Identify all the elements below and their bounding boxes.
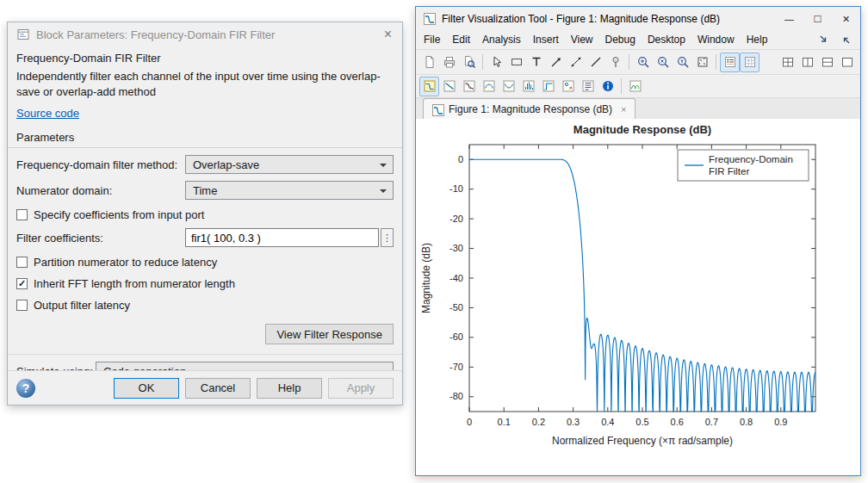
undock-figure-button[interactable] xyxy=(835,30,855,50)
partition-numerator-checkbox[interactable] xyxy=(16,257,28,268)
help-icon[interactable]: ? xyxy=(16,379,35,398)
inherit-fft-checkbox[interactable]: ✓ xyxy=(16,278,28,289)
figure-tab-label: Figure 1: Magnitude Response (dB) xyxy=(449,103,612,115)
new-document-button[interactable] xyxy=(419,53,439,72)
menu-debug[interactable]: Debug xyxy=(599,31,642,48)
y-tick-label: -60 xyxy=(450,331,463,342)
toolbar-separator xyxy=(482,54,483,70)
filter-info-button[interactable] xyxy=(598,77,617,96)
line-tool-button[interactable] xyxy=(586,53,605,72)
layout-single-button[interactable] xyxy=(837,53,857,72)
dialog-titlebar[interactable]: Block Parameters: Frequency-Domain FIR F… xyxy=(8,22,402,46)
grid-toggle-button[interactable] xyxy=(740,53,760,72)
view-filter-response-button[interactable]: View Filter Response xyxy=(265,324,394,344)
figure-toolbar xyxy=(416,49,860,74)
pin-tool-button[interactable] xyxy=(605,53,625,72)
fvtool-titlebar[interactable]: Filter Visualization Tool - Figure 1: Ma… xyxy=(416,7,860,30)
group-delay-button[interactable] xyxy=(479,77,499,96)
print-preview-icon xyxy=(462,55,476,69)
menu-file[interactable]: File xyxy=(418,31,446,48)
menu-bar: FileEditAnalysisInsertViewDebugDesktopWi… xyxy=(416,30,860,49)
y-tick-label: 0 xyxy=(458,154,463,164)
filter-coefficients-input[interactable] xyxy=(185,228,379,247)
layout-single-icon xyxy=(840,55,854,69)
source-code-link[interactable]: Source code xyxy=(16,107,79,120)
dialog-close-icon[interactable]: × xyxy=(382,28,394,41)
layout-grid-button[interactable] xyxy=(778,53,797,72)
numerator-domain-dropdown[interactable]: Time xyxy=(185,181,394,200)
layout-rows-button[interactable] xyxy=(817,53,837,72)
overlay-analysis-button[interactable] xyxy=(625,77,645,96)
toolbar-separator xyxy=(621,78,622,94)
dock-figure-icon xyxy=(817,33,831,46)
pole-zero-button[interactable] xyxy=(558,77,578,96)
magnitude-response-button[interactable] xyxy=(419,77,439,96)
menu-window[interactable]: Window xyxy=(691,31,741,48)
y-tick-label: -80 xyxy=(450,391,463,401)
dialog-form-icon xyxy=(16,28,30,41)
zoom-y-button[interactable] xyxy=(673,53,692,72)
x-tick-label: 0.5 xyxy=(636,417,648,427)
ok-button[interactable]: OK xyxy=(114,378,179,399)
edit-plot-button[interactable] xyxy=(487,53,506,72)
zoom-in-button[interactable] xyxy=(633,53,653,72)
legend-toggle-button[interactable] xyxy=(720,53,740,72)
group-delay-icon xyxy=(482,79,496,93)
menu-edit[interactable]: Edit xyxy=(446,31,476,48)
cancel-button[interactable]: Cancel xyxy=(185,378,251,399)
double-arrow-tool-button[interactable] xyxy=(566,53,586,72)
menu-insert[interactable]: Insert xyxy=(527,31,565,48)
output-latency-checkbox[interactable] xyxy=(16,300,28,311)
layout-columns-icon xyxy=(801,55,815,69)
coefficients-button[interactable] xyxy=(578,77,598,96)
text-tool-button[interactable] xyxy=(526,53,546,72)
print-button[interactable] xyxy=(439,53,459,72)
text-tool-icon xyxy=(530,55,543,69)
axes-box xyxy=(469,145,815,412)
pin-tool-icon xyxy=(609,55,623,69)
y-tick-label: -20 xyxy=(450,214,463,224)
print-preview-button[interactable] xyxy=(459,53,479,72)
full-view-button[interactable] xyxy=(692,53,712,72)
block-description: Independently filter each channel of the… xyxy=(16,69,394,99)
tab-close-icon[interactable]: × xyxy=(621,104,626,115)
edit-coefficients-button[interactable]: ⋮ xyxy=(381,228,394,247)
rectangle-tool-button[interactable] xyxy=(506,53,526,72)
help-button[interactable]: Help xyxy=(257,378,322,399)
desktop: Block Parameters: Frequency-Domain FIR F… xyxy=(0,0,868,483)
filter-method-value: Overlap-save xyxy=(193,158,259,171)
dropdown-arrow-icon xyxy=(380,189,387,196)
specify-coefficients-label: Specify coefficients from input port xyxy=(34,208,204,221)
figure-tab[interactable]: Figure 1: Magnitude Response (dB) × xyxy=(423,98,636,119)
zoom-x-button[interactable] xyxy=(653,53,673,72)
dock-figure-button[interactable] xyxy=(814,30,834,50)
y-tick-label: -30 xyxy=(450,243,463,253)
maximize-button[interactable]: □ xyxy=(803,7,832,30)
new-document-icon xyxy=(423,55,437,69)
legend[interactable]: Frequency-DomainFIR Filter xyxy=(678,150,809,181)
y-axis-label: Magnitude (dB) xyxy=(420,243,432,313)
menu-analysis[interactable]: Analysis xyxy=(476,31,527,48)
menu-help[interactable]: Help xyxy=(741,31,774,48)
step-response-button[interactable] xyxy=(538,77,558,96)
menu-view[interactable]: View xyxy=(565,31,599,48)
phase-delay-button[interactable] xyxy=(499,77,518,96)
magnitude-phase-button[interactable] xyxy=(459,77,479,96)
y-tick-label: -70 xyxy=(450,362,463,372)
layout-columns-button[interactable] xyxy=(797,53,817,72)
specify-coefficients-row: Specify coefficients from input port xyxy=(16,208,394,221)
grid-toggle-icon xyxy=(743,55,757,69)
x-tick-label: 0.7 xyxy=(705,417,718,427)
numerator-domain-label: Numerator domain: xyxy=(16,184,185,197)
specify-coefficients-checkbox[interactable] xyxy=(16,209,28,220)
impulse-response-button[interactable] xyxy=(518,77,538,96)
partition-numerator-row: Partition numerator to reduce latency xyxy=(16,256,394,269)
filter-method-dropdown[interactable]: Overlap-save xyxy=(185,155,394,174)
minimize-button[interactable]: — xyxy=(775,7,803,30)
close-button[interactable]: × xyxy=(832,7,860,30)
filter-method-label: Frequency-domain filter method: xyxy=(16,158,185,171)
arrow-tool-button[interactable] xyxy=(546,53,566,72)
phase-response-button[interactable] xyxy=(439,77,459,96)
menu-desktop[interactable]: Desktop xyxy=(642,31,691,48)
x-tick-label: 0.2 xyxy=(532,417,545,427)
